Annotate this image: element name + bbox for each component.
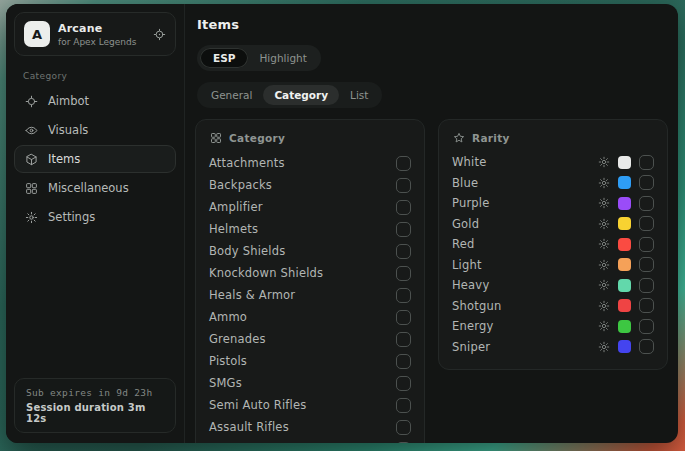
sidebar-section-label: Category	[23, 71, 167, 81]
tab-general[interactable]: General	[200, 85, 263, 105]
category-checkbox[interactable]	[396, 266, 411, 281]
gear-icon[interactable]	[598, 300, 610, 312]
category-item-label: Semi Auto Rifles	[209, 398, 306, 412]
rarity-row: Light	[452, 255, 654, 276]
rarity-checkbox[interactable]	[639, 175, 654, 190]
tab-esp[interactable]: ESP	[200, 48, 248, 68]
rarity-checkbox[interactable]	[639, 196, 654, 211]
category-row: Pistols	[209, 350, 411, 372]
category-list: Attachments Backpacks Amplifier Helmets …	[209, 152, 411, 443]
category-row: Backpacks	[209, 174, 411, 196]
sidebar-item-label: Miscellaneous	[48, 181, 129, 195]
target-icon[interactable]	[153, 28, 166, 41]
category-panel: Category Attachments Backpacks Amplifier…	[195, 119, 425, 443]
sidebar-item-aimbot[interactable]: Aimbot	[14, 87, 176, 115]
rarity-row-controls	[598, 196, 654, 211]
rarity-checkbox[interactable]	[639, 319, 654, 334]
category-item-label: Pistols	[209, 354, 247, 368]
rarity-row-controls	[598, 237, 654, 252]
color-swatch[interactable]	[618, 238, 631, 251]
color-swatch[interactable]	[618, 197, 631, 210]
sidebar-item-visuals[interactable]: Visuals	[14, 116, 176, 144]
color-swatch[interactable]	[618, 176, 631, 189]
rarity-row-controls	[598, 216, 654, 231]
category-checkbox[interactable]	[396, 354, 411, 369]
sidebar-spacer	[14, 231, 176, 378]
rarity-checkbox[interactable]	[639, 216, 654, 231]
category-checkbox[interactable]	[396, 156, 411, 171]
panels: Category Attachments Backpacks Amplifier…	[195, 119, 668, 443]
rarity-panel: Rarity White Blue Purple	[438, 119, 668, 370]
category-item-label: SMGs	[209, 376, 242, 390]
gear-icon[interactable]	[598, 156, 610, 168]
rarity-item-label: Energy	[452, 319, 493, 333]
category-item-label: LMGs	[209, 442, 241, 443]
rarity-row: Heavy	[452, 275, 654, 296]
color-swatch[interactable]	[618, 156, 631, 169]
category-checkbox[interactable]	[396, 420, 411, 435]
rarity-row: White	[452, 152, 654, 173]
sidebar-item-label: Aimbot	[48, 94, 89, 108]
rarity-checkbox[interactable]	[639, 257, 654, 272]
color-swatch[interactable]	[618, 217, 631, 230]
gear-icon[interactable]	[598, 320, 610, 332]
category-item-label: Attachments	[209, 156, 285, 170]
rarity-checkbox[interactable]	[639, 155, 654, 170]
rarity-row-controls	[598, 155, 654, 170]
category-row: Heals & Armor	[209, 284, 411, 306]
category-checkbox[interactable]	[396, 222, 411, 237]
category-checkbox[interactable]	[396, 398, 411, 413]
gear-icon[interactable]	[598, 259, 610, 271]
color-swatch[interactable]	[618, 299, 631, 312]
rarity-row: Purple	[452, 193, 654, 214]
sidebar-item-label: Visuals	[48, 123, 88, 137]
category-checkbox[interactable]	[396, 244, 411, 259]
gear-icon[interactable]	[598, 177, 610, 189]
view-tab-row: General Category List	[197, 82, 668, 108]
color-swatch[interactable]	[618, 279, 631, 292]
color-swatch[interactable]	[618, 340, 631, 353]
sidebar-item-settings[interactable]: Settings	[14, 203, 176, 231]
rarity-row: Shotgun	[452, 296, 654, 317]
gear-icon[interactable]	[598, 341, 610, 353]
tab-list[interactable]: List	[339, 85, 379, 105]
category-checkbox[interactable]	[396, 178, 411, 193]
tab-highlight[interactable]: Highlight	[248, 48, 317, 68]
rarity-checkbox[interactable]	[639, 278, 654, 293]
category-row: Helmets	[209, 218, 411, 240]
category-panel-header: Category	[210, 132, 411, 144]
rarity-checkbox[interactable]	[639, 237, 654, 252]
sidebar-item-label: Items	[48, 152, 80, 166]
rarity-panel-title: Rarity	[472, 132, 510, 144]
app-logo: A	[24, 21, 50, 47]
category-checkbox[interactable]	[396, 442, 411, 444]
gear-icon[interactable]	[598, 218, 610, 230]
sidebar-item-miscellaneous[interactable]: Miscellaneous	[14, 174, 176, 202]
rarity-row: Gold	[452, 214, 654, 235]
rarity-checkbox[interactable]	[639, 298, 654, 313]
color-swatch[interactable]	[618, 258, 631, 271]
rarity-item-label: Purple	[452, 196, 490, 210]
star-icon	[453, 132, 465, 144]
rarity-checkbox[interactable]	[639, 339, 654, 354]
category-checkbox[interactable]	[396, 332, 411, 347]
category-checkbox[interactable]	[396, 200, 411, 215]
category-panel-title: Category	[229, 132, 285, 144]
category-item-label: Body Shields	[209, 244, 285, 258]
rarity-row: Sniper	[452, 337, 654, 358]
rarity-item-label: Shotgun	[452, 299, 501, 313]
gear-icon[interactable]	[598, 197, 610, 209]
color-swatch[interactable]	[618, 320, 631, 333]
sidebar-item-items[interactable]: Items	[14, 145, 176, 173]
tab-category[interactable]: Category	[263, 85, 339, 105]
category-checkbox[interactable]	[396, 376, 411, 391]
rarity-item-label: Blue	[452, 176, 478, 190]
gear-icon[interactable]	[598, 279, 610, 291]
brand-text: Arcane for Apex Legends	[58, 22, 136, 47]
category-item-label: Ammo	[209, 310, 247, 324]
category-checkbox[interactable]	[396, 288, 411, 303]
gear-icon[interactable]	[598, 238, 610, 250]
gear-icon	[25, 211, 38, 224]
category-checkbox[interactable]	[396, 310, 411, 325]
category-item-label: Knockdown Shields	[209, 266, 323, 280]
